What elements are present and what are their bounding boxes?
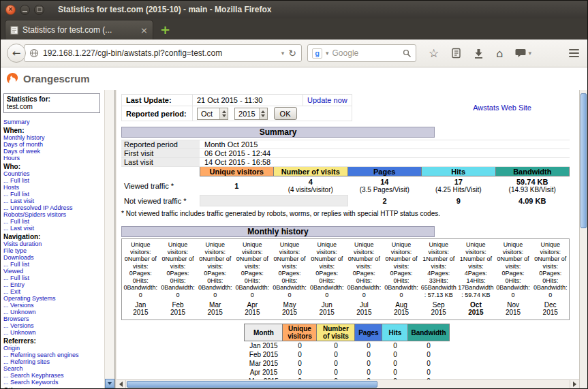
menu-button[interactable] — [569, 49, 581, 57]
statistics-for-label: Statistics for: — [7, 95, 97, 103]
bookmarks-icon — [451, 48, 461, 59]
sidebar-link[interactable]: Days of week — [3, 148, 103, 155]
sidebar-link[interactable]: ... Referring sites — [3, 358, 103, 365]
sidebar-link[interactable]: File type — [3, 247, 103, 254]
sidebar-link[interactable]: Countries — [3, 170, 103, 177]
close-icon: × — [9, 6, 13, 13]
month-label: Mar2015 — [196, 301, 234, 316]
sidebar-link[interactable]: ... Search Keywords — [3, 379, 103, 386]
sidebar-link[interactable]: Robots/Spiders visitors — [3, 211, 103, 218]
sidebar-link[interactable]: Viewed — [3, 268, 103, 275]
globe-icon — [29, 48, 39, 58]
monthly-graph-cell: Unique visitors: 0Number of visits: 0Pag… — [196, 239, 234, 298]
horizontal-scrollbar-thumb[interactable] — [127, 381, 377, 388]
sidebar-link[interactable]: ... Full list — [3, 177, 103, 184]
spinner-arrows-icon[interactable] — [219, 108, 228, 119]
sidebar-link[interactable]: ... Versions — [3, 302, 103, 309]
horizontal-scrollbar[interactable] — [117, 379, 579, 388]
scroll-right-button[interactable] — [570, 380, 579, 388]
sidebar-link[interactable]: ... Unknown — [3, 329, 103, 336]
vertical-scrollbar-thumb[interactable] — [581, 93, 587, 228]
home-button[interactable]: ⌂ — [496, 47, 503, 60]
sidebar-section-label: Others: — [3, 387, 103, 388]
history-cell: 0 — [382, 359, 408, 368]
sidebar-section-label: Referrers: — [3, 337, 103, 345]
sidebar-link[interactable]: ... Last visit — [3, 198, 103, 204]
update-now-link[interactable]: Update now — [307, 96, 347, 104]
reload-icon[interactable]: ↻ — [288, 48, 296, 58]
sidebar-link[interactable]: Days of month — [3, 141, 103, 148]
sidebar-link[interactable]: ... Full list — [3, 191, 103, 198]
scroll-left-button[interactable] — [117, 380, 126, 388]
sidebar-link[interactable]: Summary — [3, 119, 103, 125]
sidebar-link[interactable]: ... Exit — [3, 288, 103, 295]
sidebar-link[interactable]: Operating Systems — [3, 295, 103, 302]
sidebar-link[interactable]: Browsers — [3, 315, 103, 322]
sidebar-link[interactable]: ... Entry — [3, 281, 103, 288]
sidebar-link[interactable]: ... Full list — [3, 218, 103, 225]
google-g-glyph: g — [315, 49, 320, 57]
chevron-down-icon[interactable]: ▾ — [281, 50, 285, 57]
year-select[interactable]: 2015 — [234, 108, 267, 120]
url-input[interactable]: 192.168.1.227/cgi-bin/awstats.pl?config=… — [43, 48, 277, 58]
sidebar-link[interactable]: Hosts — [3, 184, 103, 191]
sidebar-scrollbar[interactable] — [104, 90, 114, 388]
back-button[interactable]: ← — [7, 44, 26, 63]
tab-favicon-icon — [10, 26, 18, 35]
sidebar-link[interactable]: ... Unknown — [3, 309, 103, 315]
tab-close-icon[interactable]: × — [140, 26, 148, 35]
sidebar-link[interactable]: ... Full list — [3, 275, 103, 281]
search-input[interactable]: Google — [332, 48, 399, 58]
search-bar[interactable]: g ▾ Google — [307, 44, 416, 62]
sidebar-link[interactable]: Origin — [3, 345, 103, 352]
google-favicon[interactable]: g — [312, 48, 322, 59]
tab-statistics[interactable]: Statistics for test.com (... × — [5, 20, 153, 40]
sidebar-link[interactable]: ... Versions — [3, 322, 103, 329]
downloads-button[interactable] — [474, 48, 484, 59]
bookmark-star-button[interactable]: ☆ — [429, 46, 439, 60]
new-tab-button[interactable]: + — [153, 24, 177, 40]
history-cell: 0 — [408, 350, 449, 359]
sidebar-link[interactable]: Search — [3, 365, 103, 372]
metric-header: Hits — [422, 167, 496, 176]
month-select[interactable]: Oct — [197, 108, 228, 120]
bookmarks-menu-button[interactable] — [451, 48, 461, 59]
sidebar-section-label: When: — [3, 127, 103, 134]
sidebar-link[interactable]: ... Full list — [3, 261, 103, 268]
firefox-hello-button[interactable]: ▾ — [515, 48, 531, 58]
history-cell: Mar 2015 — [245, 359, 283, 368]
awstats-website-link[interactable]: Awstats Web Site — [473, 104, 531, 112]
not-viewed-traffic-label: Not viewed traffic * — [121, 196, 200, 206]
not-viewed-value-cell: 9 — [422, 196, 496, 206]
arrow-left-icon — [119, 382, 123, 387]
history-row: Apr 201500000 — [245, 368, 449, 377]
sidebar-scroll-down-button[interactable] — [105, 379, 114, 388]
summary-info-value: 06 Oct 2015 - 12:44 — [200, 149, 570, 158]
summary-info-label: First visit — [121, 149, 200, 158]
ok-button[interactable]: OK — [274, 107, 297, 120]
history-cell: 0 — [283, 359, 317, 368]
not-viewed-value-cell: 2 — [347, 196, 422, 206]
sidebar-link[interactable]: Monthly history — [3, 134, 103, 141]
sidebar-link[interactable]: Downloads — [3, 254, 103, 261]
url-bar[interactable]: 192.168.1.227/cgi-bin/awstats.pl?config=… — [24, 44, 302, 62]
monthly-history-title: Monthly history — [121, 226, 435, 237]
vertical-scrollbar[interactable] — [579, 90, 587, 388]
sidebar-link[interactable]: ... Search Keyphrases — [3, 372, 103, 379]
spinner-arrows-icon[interactable] — [259, 108, 267, 119]
sidebar-link[interactable]: ... Referring search engines — [3, 352, 103, 358]
viewed-value-cell: 59.74 KB(14.93 KB/Visit) — [495, 176, 570, 196]
sidebar-link[interactable]: ... Unresolved IP Address — [3, 204, 103, 211]
window-minimize-button[interactable] — [20, 5, 30, 15]
sidebar-link[interactable]: Hours — [3, 155, 103, 161]
search-icon[interactable] — [403, 49, 412, 58]
sidebar-link[interactable]: Visits duration — [3, 240, 103, 247]
sidebar-link[interactable]: ... Last visit — [3, 225, 103, 232]
chevron-down-icon[interactable]: ▾ — [326, 50, 329, 57]
tab-title: Statistics for test.com (... — [22, 25, 136, 35]
window-close-button[interactable]: × — [5, 5, 16, 15]
metric-header: Pages — [347, 167, 422, 176]
history-column-header: Unique visitors — [283, 324, 317, 341]
window-maximize-button[interactable] — [34, 5, 44, 15]
history-cell: 0 — [283, 350, 317, 359]
